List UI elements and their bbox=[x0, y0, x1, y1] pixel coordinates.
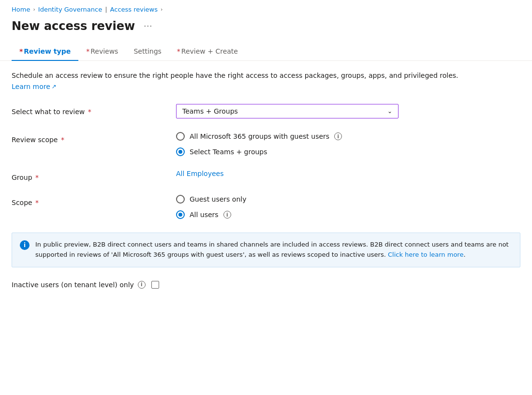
scope-section: Scope * Guest users only All users i bbox=[12, 195, 520, 219]
teams-groups-dropdown[interactable]: Teams + Groups ⌄ bbox=[176, 104, 399, 118]
external-link-icon: ↗ bbox=[52, 83, 57, 90]
scope-control: Guest users only All users i bbox=[176, 195, 520, 219]
breadcrumb-identity-governance[interactable]: Identity Governance bbox=[38, 6, 102, 13]
radio-select-teams-groups[interactable]: Select Teams + groups bbox=[176, 147, 520, 156]
select-what-control: Teams + Groups ⌄ bbox=[176, 104, 520, 118]
page-header: New access review ··· bbox=[0, 17, 532, 43]
breadcrumb: Home › Identity Governance | Access revi… bbox=[0, 0, 532, 17]
breadcrumb-access-reviews[interactable]: Access reviews bbox=[110, 6, 158, 13]
radio-circle-select-teams bbox=[176, 147, 185, 156]
radio-guest-users-only[interactable]: Guest users only bbox=[176, 195, 520, 204]
description-text: Schedule an access review to ensure the … bbox=[12, 71, 520, 81]
info-banner-link[interactable]: Click here to learn more bbox=[388, 251, 463, 258]
info-icon-all-users: i bbox=[223, 211, 231, 219]
radio-circle-guest bbox=[176, 195, 185, 204]
select-what-label: Select what to review * bbox=[12, 104, 176, 116]
review-scope-label: Review scope * bbox=[12, 132, 176, 144]
review-scope-control: All Microsoft 365 groups with guest user… bbox=[176, 132, 520, 156]
tab-reviews[interactable]: *Reviews bbox=[78, 43, 126, 61]
info-banner-text: In public preview, B2B direct connect us… bbox=[35, 240, 512, 260]
page-title: New access review bbox=[12, 19, 135, 33]
group-control: All Employees bbox=[176, 170, 520, 177]
info-icon-inactive-users: i bbox=[138, 281, 146, 289]
breadcrumb-pipe: | bbox=[105, 6, 107, 13]
main-content: Schedule an access review to ensure the … bbox=[0, 61, 532, 312]
info-banner-icon: i bbox=[20, 240, 30, 250]
tab-review-create[interactable]: *Review + Create bbox=[169, 43, 246, 61]
info-icon-all-m365: i bbox=[334, 132, 342, 140]
inactive-users-checkbox[interactable] bbox=[151, 281, 159, 289]
group-label: Group * bbox=[12, 170, 176, 181]
ellipsis-button[interactable]: ··· bbox=[141, 19, 155, 33]
scope-radio-group: Guest users only All users i bbox=[176, 195, 520, 219]
review-scope-section: Review scope * All Microsoft 365 groups … bbox=[12, 132, 520, 156]
inactive-users-label: Inactive users (on tenant level) only i bbox=[12, 281, 146, 289]
dropdown-chevron-icon: ⌄ bbox=[387, 108, 392, 115]
info-banner: i In public preview, B2B direct connect … bbox=[12, 233, 520, 267]
group-section: Group * All Employees bbox=[12, 170, 520, 181]
scope-label: Scope * bbox=[12, 195, 176, 206]
inactive-users-section: Inactive users (on tenant level) only i bbox=[12, 281, 520, 289]
review-scope-radio-group: All Microsoft 365 groups with guest user… bbox=[176, 132, 520, 156]
all-employees-link[interactable]: All Employees bbox=[176, 170, 223, 177]
learn-more-link[interactable]: Learn more↗ bbox=[12, 83, 57, 90]
radio-circle-all-users bbox=[176, 210, 185, 219]
tab-bar: *Review type *Reviews Settings *Review +… bbox=[0, 43, 532, 61]
radio-all-microsoft-365[interactable]: All Microsoft 365 groups with guest user… bbox=[176, 132, 520, 141]
tab-settings[interactable]: Settings bbox=[126, 43, 169, 61]
radio-circle-all-m365 bbox=[176, 132, 185, 141]
breadcrumb-home[interactable]: Home bbox=[12, 6, 30, 13]
breadcrumb-chevron-1: › bbox=[33, 6, 35, 13]
select-what-section: Select what to review * Teams + Groups ⌄ bbox=[12, 104, 520, 118]
inactive-users-checkbox-section: Inactive users (on tenant level) only i bbox=[12, 281, 159, 289]
breadcrumb-chevron-2: › bbox=[161, 6, 163, 13]
radio-all-users[interactable]: All users i bbox=[176, 210, 520, 219]
tab-review-type[interactable]: *Review type bbox=[12, 43, 78, 61]
